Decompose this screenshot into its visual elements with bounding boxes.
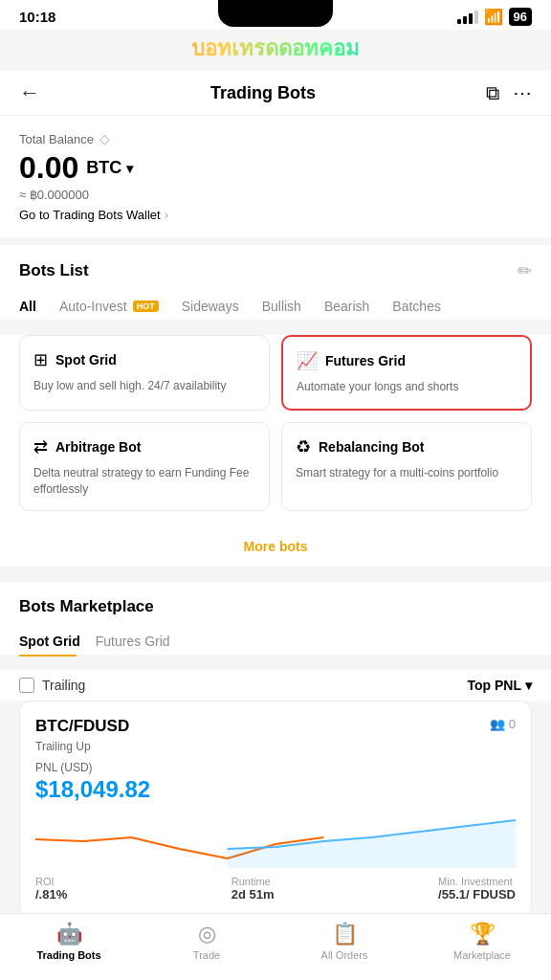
status-time: 10:18 [19,9,55,25]
followers-count: 0 [509,717,516,731]
bots-grid: ⊞ Spot Grid Buy low and sell high. 24/7 … [0,335,551,526]
spot-grid-desc: Buy low and sell high. 24/7 availability [33,378,255,394]
signal-icon [457,11,478,24]
chart-area [35,811,516,868]
balance-amount: 0.00 BTC ▾ [19,150,532,186]
nav-trading-bots[interactable]: 🤖 Trading Bots [0,922,138,961]
min-investment-value: /55.1/ FDUSD [438,887,516,902]
filter-row: Trailing Top PNL ▾ [0,670,551,701]
top-pnl-filter[interactable]: Top PNL ▾ [467,678,532,693]
min-investment-metric: Min. Investment /55.1/ FDUSD [438,876,516,902]
spot-grid-card[interactable]: ⊞ Spot Grid Buy low and sell high. 24/7 … [19,335,270,411]
bots-list-section: Bots List ✏ All Auto-Invest HOT Sideways… [0,245,551,320]
more-bots-link[interactable]: More bots [244,539,308,554]
wallet-link[interactable]: Go to Trading Bots Wallet › [19,208,532,222]
trailing-checkbox[interactable] [19,678,34,693]
watermark: บอทเทรดดอทคอม [0,30,551,71]
balance-approx: ≈ ฿0.000000 [19,188,532,202]
rebalancing-icon: ♻ [296,436,311,457]
tab-auto-invest[interactable]: Auto-Invest HOT [48,293,170,320]
status-icons: 📶 96 [457,8,532,26]
roi-value: /.81% [35,887,67,902]
status-notch [218,0,333,27]
futures-grid-name: Futures Grid [325,353,406,368]
followers-icon: 👥 [490,717,505,731]
trade-label: Trade [193,949,220,961]
tab-all[interactable]: All [19,293,48,320]
card-top: BTC/FDUSD 👥 0 [35,717,516,736]
bots-list-title: Bots List [19,261,89,280]
mkt-tab-spot-grid[interactable]: Spot Grid [19,628,96,655]
marketplace-label: Marketplace [453,949,511,961]
arbitrage-bot-card[interactable]: ⇄ Arbitrage Bot Delta neutral strategy t… [19,422,270,512]
hot-badge: HOT [133,301,159,312]
section-divider-1 [0,237,551,245]
trailing-label: Trailing [42,678,85,693]
bots-tabs-row: All Auto-Invest HOT Sideways Bullish Bea… [19,293,532,320]
back-button[interactable]: ← [19,80,40,105]
balance-currency: BTC ▾ [86,158,133,178]
futures-grid-desc: Automate your longs and shorts [297,379,517,395]
marketplace-card[interactable]: BTC/FDUSD 👥 0 Trailing Up PNL (USD) $18,… [19,701,532,918]
total-balance-section: Total Balance ◇ 0.00 BTC ▾ ≈ ฿0.000000 G… [0,116,551,237]
runtime-value: 2d 51m [231,887,275,902]
nav-action-icons: ⧉ ⋯ [486,81,532,104]
spot-grid-icon: ⊞ [33,349,48,370]
followers: 👥 0 [490,717,516,731]
pair-name: BTC/FDUSD [35,717,129,736]
arbitrage-desc: Delta neutral strategy to earn Funding F… [33,465,255,498]
runtime-label: Runtime [231,876,275,887]
nav-trade[interactable]: ◎ Trade [138,922,276,961]
tab-sideways[interactable]: Sideways [170,293,251,320]
nav-all-orders[interactable]: 📋 All Orders [276,922,413,961]
runtime-metric: Runtime 2d 51m [231,876,275,902]
mkt-tab-futures-grid[interactable]: Futures Grid [96,628,186,655]
futures-grid-header: 📈 Futures Grid [297,350,517,371]
arbitrage-icon: ⇄ [33,436,48,457]
pnl-label: PNL (USD) [35,761,516,774]
spot-grid-name: Spot Grid [55,352,117,368]
rebalancing-header: ♻ Rebalancing Bot [296,436,518,457]
rebalancing-desc: Smart strategy for a multi-coins portfol… [296,465,518,481]
marketplace-header: Bots Marketplace [19,597,532,616]
marketplace-icon: 🏆 [470,922,496,947]
info-icon[interactable]: ◇ [99,131,110,146]
tab-bullish[interactable]: Bullish [251,293,313,320]
arbitrage-header: ⇄ Arbitrage Bot [33,436,255,457]
filter-dropdown-icon: ▾ [525,678,532,693]
min-investment-label: Min. Investment [438,876,516,887]
all-orders-label: All Orders [321,949,368,961]
bots-list-header: Bots List ✏ [19,260,532,281]
roi-label: ROI [35,876,67,887]
futures-grid-icon: 📈 [297,350,318,371]
card-bottom: ROI /.81% Runtime 2d 51m Min. Investment… [35,876,516,902]
pnl-value: $18,049.82 [35,776,516,803]
edit-icon[interactable]: ✏ [518,260,532,281]
layers-icon[interactable]: ⧉ [486,82,499,104]
total-balance-label: Total Balance ◇ [19,131,532,146]
wifi-icon: 📶 [484,8,503,26]
roi-metric: ROI /.81% [35,876,67,902]
currency-dropdown-icon[interactable]: ▾ [126,161,133,176]
nav-marketplace[interactable]: 🏆 Marketplace [413,922,551,961]
rebalancing-bot-card[interactable]: ♻ Rebalancing Bot Smart strategy for a m… [281,422,532,512]
trade-icon: ◎ [198,922,216,947]
trailing-checkbox-row[interactable]: Trailing [19,678,85,693]
marketplace-title: Bots Marketplace [19,597,154,616]
nav-bar: ← Trading Bots ⧉ ⋯ [0,71,551,116]
phone-container: 10:18 📶 96 บอทเทรดดอทคอม ← Trading Bots … [0,0,551,980]
tab-bearish[interactable]: Bearish [313,293,381,320]
trading-bots-icon: 🤖 [56,922,82,947]
battery-indicator: 96 [509,8,532,26]
marketplace-section: Bots Marketplace Spot Grid Futures Grid [0,582,551,655]
tab-batches[interactable]: Batches [381,293,452,320]
all-orders-icon: 📋 [332,922,358,947]
trading-bots-label: Trading Bots [36,949,100,961]
trailing-tag: Trailing Up [35,740,516,753]
status-bar: 10:18 📶 96 [0,0,551,30]
more-bots-section: More bots [0,526,551,567]
chevron-right-icon: › [165,208,168,222]
more-options-icon[interactable]: ⋯ [513,81,532,104]
arbitrage-name: Arbitrage Bot [55,439,141,455]
futures-grid-card[interactable]: 📈 Futures Grid Automate your longs and s… [281,335,532,411]
